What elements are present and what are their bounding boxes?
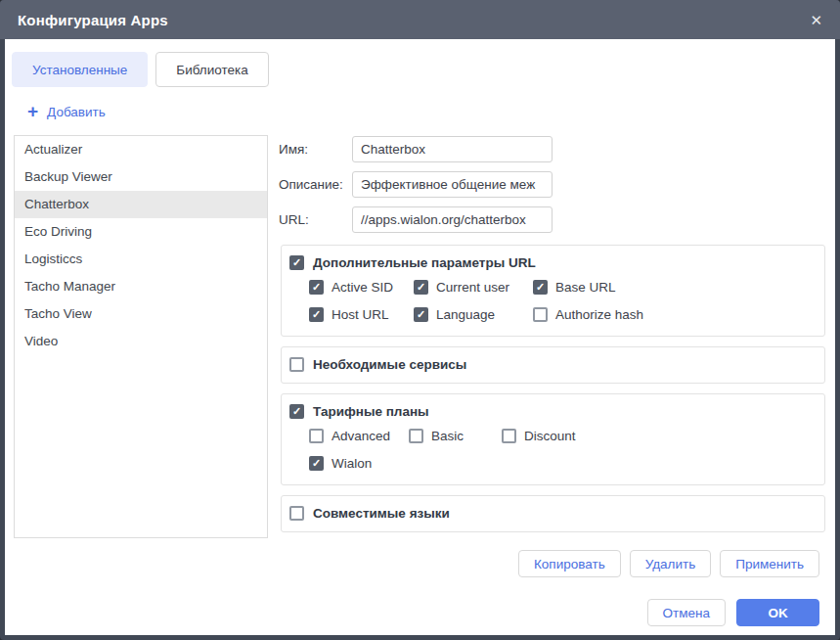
section: Дополнительные параметры URLActive SIDCu… <box>281 245 825 337</box>
копировать-button[interactable]: Копировать <box>518 550 621 577</box>
section-header[interactable]: Совместимые языки <box>289 503 815 524</box>
ok-button[interactable]: OK <box>736 599 819 626</box>
url-input[interactable] <box>352 206 553 233</box>
checkbox[interactable] <box>309 456 324 471</box>
section: Необходимые сервисы <box>281 346 825 384</box>
plus-icon: + <box>27 102 38 120</box>
section: Совместимые языки <box>281 495 825 532</box>
option[interactable]: Current user <box>414 280 533 295</box>
section-title: Тарифные планы <box>313 404 429 419</box>
option-label: Discount <box>524 429 576 443</box>
section-options: AdvancedBasicDiscountWialon <box>309 422 815 477</box>
description-input[interactable] <box>352 171 553 198</box>
add-app-label: Добавить <box>47 105 106 119</box>
form-row-description: Описание: <box>279 171 553 198</box>
form-row-name: Имя: <box>279 136 553 162</box>
checkbox[interactable] <box>414 307 428 322</box>
app-form: Имя: Описание: URL: <box>279 136 553 242</box>
sections: Дополнительные параметры URLActive SIDCu… <box>281 245 825 542</box>
list-item[interactable]: Tacho Manager <box>15 273 267 300</box>
option-label: Wialon <box>332 456 372 471</box>
section-options: Active SIDCurrent userBase URLHost URLLa… <box>309 273 815 328</box>
footer-button-row: ОтменаOK <box>647 599 819 626</box>
checkbox[interactable] <box>309 429 324 443</box>
option[interactable]: Host URL <box>309 307 414 322</box>
option-label: Advanced <box>332 429 390 443</box>
checkbox[interactable] <box>289 506 304 521</box>
add-app-button[interactable]: + Добавить <box>27 104 106 120</box>
close-icon[interactable]: ✕ <box>810 13 822 27</box>
list-item[interactable]: Tacho View <box>15 300 267 328</box>
checkbox[interactable] <box>533 307 548 322</box>
checkbox[interactable] <box>309 307 324 322</box>
checkbox[interactable] <box>289 255 304 270</box>
section-title: Совместимые языки <box>313 506 450 521</box>
section-header[interactable]: Необходимые сервисы <box>289 354 815 375</box>
option[interactable]: Active SID <box>309 280 414 295</box>
tab[interactable]: Библиотека <box>155 52 268 87</box>
option[interactable]: Language <box>414 307 533 322</box>
checkbox[interactable] <box>502 429 516 443</box>
section: Тарифные планыAdvancedBasicDiscountWialo… <box>281 393 825 485</box>
action-button-row: КопироватьУдалитьПрименить <box>518 550 819 577</box>
tab[interactable]: Установленные <box>12 52 148 87</box>
option[interactable]: Basic <box>409 429 502 443</box>
section-title: Дополнительные параметры URL <box>313 255 536 270</box>
dialog-title: Конфигурация Apps <box>18 12 168 28</box>
checkbox[interactable] <box>289 404 304 419</box>
list-item[interactable]: Backup Viewer <box>15 163 267 191</box>
section-header[interactable]: Тарифные планы <box>289 401 815 422</box>
option-label: Host URL <box>332 307 389 322</box>
checkbox[interactable] <box>289 357 304 372</box>
option[interactable]: Discount <box>502 429 815 443</box>
list-item[interactable]: Actualizer <box>15 136 267 163</box>
option-label: Authorize hash <box>555 307 643 322</box>
url-label: URL: <box>279 212 352 227</box>
option-label: Basic <box>431 429 464 443</box>
app-list: ActualizerBackup ViewerChatterboxEco Dri… <box>14 135 268 538</box>
list-item[interactable]: Video <box>15 328 267 355</box>
dialog-header: Конфигурация Apps ✕ <box>0 0 840 39</box>
dialog-body: УстановленныеБиблиотека + Добавить Actua… <box>5 39 835 635</box>
name-input[interactable] <box>352 136 553 162</box>
list-item[interactable]: Eco Driving <box>15 218 267 246</box>
option-label: Base URL <box>555 280 616 295</box>
отмена-button[interactable]: Отмена <box>647 599 726 626</box>
checkbox[interactable] <box>409 429 423 443</box>
option[interactable]: Wialon <box>309 456 409 471</box>
list-item[interactable]: Logisticcs <box>15 246 267 273</box>
form-row-url: URL: <box>279 206 553 233</box>
checkbox[interactable] <box>533 280 548 295</box>
section-title: Необходимые сервисы <box>313 357 466 372</box>
list-item[interactable]: Chatterbox <box>15 191 267 218</box>
option-label: Current user <box>436 280 509 295</box>
применить-button[interactable]: Применить <box>720 550 819 577</box>
option-label: Language <box>436 307 495 322</box>
tab-bar: УстановленныеБиблиотека <box>12 52 269 87</box>
option[interactable]: Advanced <box>309 429 409 443</box>
удалить-button[interactable]: Удалить <box>630 550 712 577</box>
checkbox[interactable] <box>309 280 324 295</box>
option-label: Active SID <box>332 280 393 295</box>
option[interactable]: Authorize hash <box>533 307 815 322</box>
description-label: Описание: <box>279 177 352 192</box>
checkbox[interactable] <box>414 280 428 295</box>
name-label: Имя: <box>279 142 352 157</box>
apps-config-dialog: Конфигурация Apps ✕ УстановленныеБиблиот… <box>0 0 840 640</box>
option[interactable]: Base URL <box>533 280 815 295</box>
section-header[interactable]: Дополнительные параметры URL <box>289 252 815 273</box>
